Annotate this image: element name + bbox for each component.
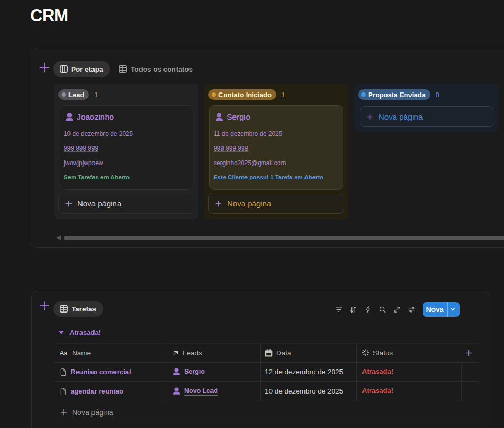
svg-text:Aa: Aa	[60, 349, 68, 356]
